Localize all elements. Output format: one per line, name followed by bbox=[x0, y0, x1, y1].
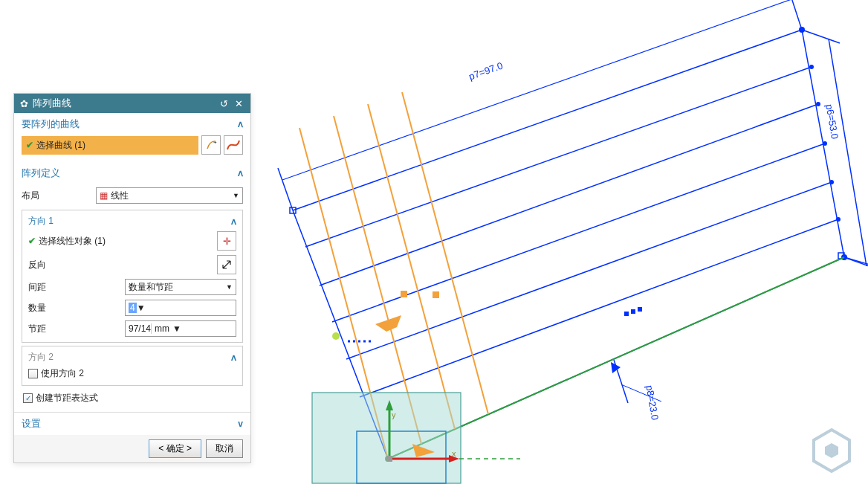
svg-rect-31 bbox=[624, 312, 629, 316]
pitch-input[interactable]: 97/14 mm ▼ bbox=[125, 320, 236, 337]
svg-line-9 bbox=[320, 104, 818, 286]
dialog-button-row: < 确定 > 取消 bbox=[14, 435, 250, 462]
reverse-label: 反向 bbox=[28, 259, 217, 271]
reverse-direction-button[interactable] bbox=[217, 255, 236, 274]
gear-icon: ✿ bbox=[20, 98, 28, 109]
count-label: 数量 bbox=[28, 302, 125, 315]
pattern-curve-dialog: ✿ 阵列曲线 ↺ ✕ 要阵列的曲线 ʌ ✔ 选择曲线 (1) + 阵列定义 ʌ bbox=[13, 93, 251, 463]
chevron-up-icon: ʌ bbox=[238, 119, 243, 129]
spacing-select[interactable]: 数量和节距 ▼ bbox=[125, 279, 236, 295]
curve-type-swatch[interactable] bbox=[224, 135, 243, 155]
svg-line-5 bbox=[829, 39, 867, 266]
svg-line-12 bbox=[360, 219, 838, 397]
linear-layout-icon: ▦ bbox=[100, 190, 108, 201]
direction-1-group: 方向 1 ʌ ✔ 选择线性对象 (1) ✛ 反向 间距 数量和节距 ▼ bbox=[22, 210, 243, 343]
close-icon[interactable]: ✕ bbox=[233, 97, 244, 109]
direction-2-group: 方向 2 ʌ 使用方向 2 bbox=[22, 346, 243, 386]
svg-line-11 bbox=[346, 182, 832, 359]
origin-handle[interactable] bbox=[332, 332, 340, 340]
axis-y-label: y bbox=[392, 410, 396, 419]
svg-line-0 bbox=[278, 168, 293, 210]
app-logo-icon bbox=[806, 425, 858, 477]
section-curves-header[interactable]: 要阵列的曲线 ʌ bbox=[14, 113, 250, 135]
svg-point-21 bbox=[836, 217, 841, 222]
svg-rect-27 bbox=[401, 291, 407, 297]
create-pitch-expression-label: 创建节距表达式 bbox=[36, 392, 98, 404]
svg-point-18 bbox=[816, 102, 820, 106]
reset-icon[interactable]: ↺ bbox=[218, 97, 230, 109]
svg-text:+: + bbox=[213, 139, 217, 146]
create-pitch-expression-checkbox[interactable] bbox=[23, 393, 33, 403]
svg-rect-28 bbox=[433, 291, 439, 298]
svg-line-1 bbox=[788, 0, 802, 30]
dialog-title: 阵列曲线 bbox=[33, 97, 71, 110]
check-icon: ✔ bbox=[28, 236, 36, 246]
svg-line-7 bbox=[844, 257, 868, 268]
datum-plane bbox=[312, 393, 461, 483]
layout-label: 布局 bbox=[22, 190, 96, 202]
svg-point-15 bbox=[799, 27, 805, 33]
spacing-label: 间距 bbox=[28, 281, 125, 294]
chevron-up-icon: ʌ bbox=[231, 216, 236, 227]
section-definition-header[interactable]: 阵列定义 ʌ bbox=[14, 162, 250, 184]
svg-line-4 bbox=[844, 257, 868, 271]
chevron-down-icon: v bbox=[238, 419, 243, 429]
svg-line-2 bbox=[282, 0, 794, 180]
svg-rect-33 bbox=[638, 307, 642, 312]
use-direction-2-label: 使用方向 2 bbox=[41, 367, 84, 380]
chevron-up-icon: ʌ bbox=[231, 352, 236, 363]
cancel-button[interactable]: 取消 bbox=[206, 439, 243, 458]
svg-line-3 bbox=[802, 30, 840, 43]
svg-point-20 bbox=[829, 180, 834, 184]
specify-vector-button[interactable]: ✛ bbox=[217, 231, 236, 251]
select-linear-object-field[interactable]: 选择线性对象 (1) bbox=[39, 235, 217, 248]
layout-select[interactable]: ▦ 线性 ▼ bbox=[96, 187, 243, 204]
ok-button[interactable]: < 确定 > bbox=[149, 439, 201, 458]
check-icon: ✔ bbox=[26, 140, 33, 150]
svg-rect-40 bbox=[386, 456, 392, 462]
section-settings-header[interactable]: 设置 v bbox=[14, 412, 250, 435]
add-selection-button[interactable]: + bbox=[201, 135, 221, 155]
axis-x-label: x bbox=[452, 449, 456, 458]
chevron-up-icon: ʌ bbox=[238, 168, 243, 178]
pitch-label: 节距 bbox=[28, 323, 125, 335]
select-curve-field[interactable]: ✔ 选择曲线 (1) bbox=[22, 136, 198, 155]
svg-rect-32 bbox=[631, 309, 635, 314]
svg-marker-44 bbox=[825, 443, 838, 458]
direction-1-header[interactable]: 方向 1 ʌ bbox=[28, 213, 236, 229]
svg-line-25 bbox=[368, 104, 455, 429]
svg-point-19 bbox=[823, 141, 827, 146]
svg-point-17 bbox=[809, 65, 814, 69]
direction-2-header[interactable]: 方向 2 ʌ bbox=[28, 349, 236, 365]
count-input[interactable]: 4 ▼ bbox=[125, 300, 236, 316]
use-direction-2-checkbox[interactable] bbox=[28, 369, 38, 378]
dialog-titlebar[interactable]: ✿ 阵列曲线 ↺ ✕ bbox=[14, 94, 250, 113]
